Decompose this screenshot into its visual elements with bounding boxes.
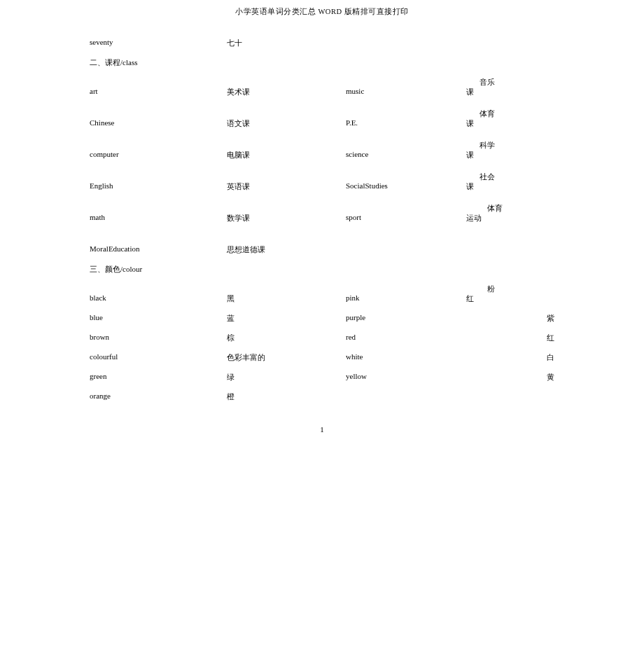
blank-page-area — [0, 448, 644, 664]
english-term: seventy — [90, 38, 227, 46]
chinese-term-part: 白 — [526, 352, 554, 363]
english-term: sport — [346, 213, 466, 221]
english-term: green — [90, 372, 227, 380]
vocab-row: English 英语课 SocialStudies 社会 课 — [90, 181, 554, 204]
vocab-row: Chinese 语文课 P.E. 体育 课 — [90, 118, 554, 141]
chinese-term: 黑 — [227, 293, 346, 304]
english-term: music — [346, 87, 466, 95]
vocab-row: math 数学课 sport 体育 运动 — [90, 213, 554, 235]
page-number-1: 1 — [0, 411, 644, 448]
vocab-row: MoralEducation 思想道德课 — [90, 244, 554, 255]
vocab-row: computer 电脑课 science 科学 课 — [90, 150, 554, 172]
chinese-term-part: 粉 红 — [466, 293, 554, 304]
english-term: MoralEducation — [90, 244, 227, 253]
chinese-term: 棕 — [227, 333, 346, 343]
english-term: pink — [346, 293, 466, 302]
content-area: seventy 七十 二、课程/class art 美术课 music 音乐 课… — [0, 38, 644, 402]
english-term: black — [90, 293, 227, 302]
english-term: math — [90, 213, 227, 221]
chinese-term-part: 黄 — [526, 372, 554, 382]
english-term: art — [90, 87, 227, 95]
chinese-term: 语文课 — [227, 118, 346, 129]
chinese-term: 英语课 — [227, 181, 346, 192]
vocab-row: colourful 色彩丰富的 white 白 — [90, 352, 554, 363]
chinese-term-part: 体育 课 — [466, 118, 554, 129]
chinese-term: 数学课 — [227, 213, 346, 223]
page-header: 小学英语单词分类汇总 WORD 版精排可直接打印 — [0, 0, 644, 38]
english-term: brown — [90, 333, 227, 341]
english-term: P.E. — [346, 118, 466, 127]
chinese-term-part: 体育 运动 — [466, 213, 554, 223]
english-term: Chinese — [90, 118, 227, 127]
vocab-row: green 绿 yellow 黄 — [90, 372, 554, 382]
chinese-term-part: 紫 — [526, 313, 554, 324]
english-term: science — [346, 150, 466, 158]
chinese-term: 蓝 — [227, 313, 346, 324]
english-term: SocialStudies — [346, 181, 466, 190]
chinese-term: 绿 — [227, 372, 346, 382]
english-term: orange — [90, 392, 227, 400]
english-term: red — [346, 333, 466, 341]
chinese-term: 色彩丰富的 — [227, 352, 346, 363]
english-term: purple — [346, 313, 466, 321]
english-term: colourful — [90, 352, 227, 361]
chinese-term: 美术课 — [227, 87, 346, 97]
vocab-row: black 黑 pink 粉 红 — [90, 293, 554, 304]
section-heading-class: 二、课程/class — [90, 57, 554, 68]
chinese-term: 七十 — [227, 38, 346, 48]
section-heading-colour: 三、颜色/colour — [90, 264, 554, 275]
english-term: English — [90, 181, 227, 190]
english-term: computer — [90, 150, 227, 158]
vocab-row: art 美术课 music 音乐 课 — [90, 87, 554, 109]
chinese-term-part: 社会 课 — [466, 181, 554, 192]
chinese-term: 橙 — [227, 392, 346, 402]
chinese-term-part: 音乐 课 — [466, 87, 554, 97]
chinese-term-part: 红 — [526, 333, 554, 343]
english-term: yellow — [346, 372, 466, 380]
vocab-row: seventy 七十 — [90, 38, 554, 48]
vocab-row: orange 橙 — [90, 392, 554, 402]
chinese-term: 思想道德课 — [227, 244, 346, 255]
vocab-row: brown 棕 red 红 — [90, 333, 554, 343]
english-term: blue — [90, 313, 227, 321]
english-term: white — [346, 352, 466, 361]
chinese-term: 电脑课 — [227, 150, 346, 160]
vocab-row: blue 蓝 purple 紫 — [90, 313, 554, 324]
chinese-term-part: 科学 课 — [466, 150, 554, 160]
